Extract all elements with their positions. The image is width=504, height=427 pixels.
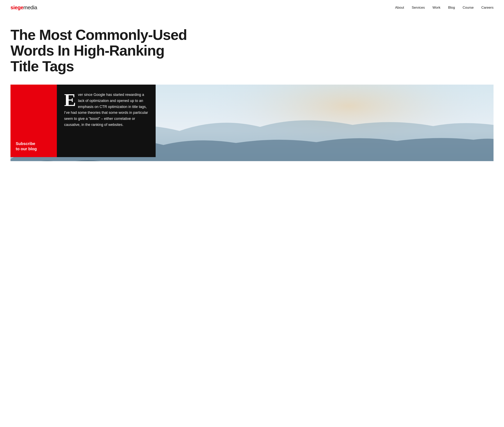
logo-siege: siege xyxy=(10,4,24,10)
content-overlay: Subscribe to our blog E ver since Google… xyxy=(10,84,156,157)
nav-about[interactable]: About xyxy=(395,6,404,10)
nav-services[interactable]: Services xyxy=(412,6,425,10)
black-panel: E ver since Google has started rewarding… xyxy=(57,84,156,157)
site-logo[interactable]: siegemedia xyxy=(10,4,37,11)
nav-blog[interactable]: Blog xyxy=(448,6,455,10)
intro-content: E ver since Google has started rewarding… xyxy=(64,92,148,128)
site-header: siegemedia About Services Work Blog Cour… xyxy=(0,0,504,15)
article-title: The Most Commonly-Used Words In High-Ran… xyxy=(10,27,192,74)
main-content: The Most Commonly-Used Words In High-Ran… xyxy=(0,15,504,161)
subscribe-link[interactable]: Subscribe to our blog xyxy=(16,141,52,152)
nav-careers[interactable]: Careers xyxy=(481,6,494,10)
drop-cap: E xyxy=(64,93,76,108)
hero-block: Subscribe to our blog E ver since Google… xyxy=(10,84,494,161)
logo-media: media xyxy=(24,4,37,10)
intro-text: ver since Google has started rewarding a… xyxy=(64,93,148,127)
main-nav: About Services Work Blog Course Careers xyxy=(395,6,494,10)
nav-work[interactable]: Work xyxy=(433,6,440,10)
red-panel: Subscribe to our blog xyxy=(10,84,57,157)
nav-course[interactable]: Course xyxy=(463,6,474,10)
